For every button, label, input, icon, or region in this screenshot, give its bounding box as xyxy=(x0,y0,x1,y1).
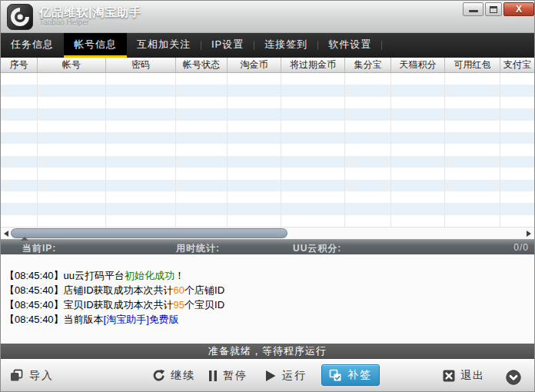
app-title: 亿品维软|淘宝助手 xyxy=(39,6,141,19)
table-cell xyxy=(281,85,345,96)
table-row[interactable] xyxy=(1,108,534,120)
tab-IP设置[interactable]: IP设置 xyxy=(201,33,254,58)
table-row[interactable] xyxy=(1,73,534,85)
table-cell xyxy=(500,144,534,155)
tab-帐号信息[interactable]: 帐号信息 xyxy=(64,33,127,58)
uu-points-value: 0/0 xyxy=(513,242,529,253)
table-cell xyxy=(38,191,106,203)
table-cell xyxy=(391,121,445,132)
run-button[interactable]: 运行 xyxy=(264,366,307,385)
column-header-序号[interactable]: 序号 xyxy=(1,58,38,72)
table-cell xyxy=(176,121,228,132)
column-header-淘金币[interactable]: 淘金币 xyxy=(228,58,281,72)
table-row[interactable] xyxy=(1,121,534,132)
continue-button-label: 继续 xyxy=(171,369,195,383)
title-block: 亿品维软|淘宝助手 Taobao Helper xyxy=(39,6,141,28)
table-cell xyxy=(281,73,345,85)
table-row[interactable] xyxy=(1,180,534,191)
column-header-帐号[interactable]: 帐号 xyxy=(38,58,106,72)
table-cell xyxy=(176,108,228,120)
import-icon xyxy=(10,369,24,382)
table-cell xyxy=(345,132,391,144)
table-cell xyxy=(38,132,106,144)
table-row[interactable] xyxy=(1,85,534,96)
tab-软件设置[interactable]: 软件设置 xyxy=(318,33,381,58)
scroll-right-button[interactable] xyxy=(523,228,534,239)
table-cell xyxy=(281,191,345,203)
continue-button[interactable]: 继续 xyxy=(152,366,195,385)
more-button[interactable] xyxy=(506,367,521,387)
table-row[interactable] xyxy=(1,156,534,168)
minimize-button[interactable] xyxy=(463,2,483,16)
table-row[interactable] xyxy=(1,203,534,214)
table-cell xyxy=(500,97,534,108)
table-row[interactable] xyxy=(1,132,534,144)
table-cell xyxy=(391,156,445,168)
table-cell xyxy=(445,73,500,85)
column-header-密码[interactable]: 密码 xyxy=(106,58,176,72)
pause-button[interactable]: 暂停 xyxy=(208,366,248,385)
exit-button-label: 退出 xyxy=(460,369,485,383)
resign-button[interactable]: 补签 xyxy=(321,364,380,386)
table-cell xyxy=(38,215,106,227)
exit-icon xyxy=(443,370,455,382)
horizontal-scrollbar[interactable] xyxy=(1,227,534,239)
import-button[interactable]: 导入 xyxy=(10,366,54,385)
tab-任务信息[interactable]: 任务信息 xyxy=(1,33,64,58)
table-cell xyxy=(38,85,106,96)
current-ip-label: 当前IP: xyxy=(22,242,56,255)
table-row[interactable] xyxy=(1,191,534,203)
table-cell xyxy=(38,156,106,168)
scrollbar-thumb[interactable] xyxy=(11,228,287,238)
log-segment: 初始化成功 xyxy=(125,270,174,281)
table-cell xyxy=(176,156,228,168)
scroll-left-button[interactable] xyxy=(1,228,12,239)
run-icon xyxy=(264,370,277,382)
tab-互相加关注[interactable]: 互相加关注 xyxy=(127,33,201,58)
maximize-button[interactable] xyxy=(485,2,502,16)
column-header-帐号状态[interactable]: 帐号状态 xyxy=(176,58,228,72)
table-row[interactable] xyxy=(1,144,534,155)
log-segment: 个宝贝ID xyxy=(184,299,224,311)
column-header-可用红包[interactable]: 可用红包 xyxy=(445,58,500,72)
table-cell xyxy=(228,191,281,203)
log-line: 【08:45:40】uu云打码平台初始化成功！ xyxy=(5,268,534,283)
table-row[interactable] xyxy=(1,168,534,179)
table-cell xyxy=(106,156,176,168)
triangle-left-icon xyxy=(4,231,8,237)
ready-status-bar: 准备就绪，等待程序运行 xyxy=(1,344,534,359)
run-button-label: 运行 xyxy=(282,369,307,383)
table-cell xyxy=(228,73,281,85)
table-cell xyxy=(38,203,106,214)
titlebar: 亿品维软|淘宝助手 Taobao Helper X xyxy=(1,1,534,33)
tab-separator xyxy=(381,41,382,50)
close-button[interactable]: X xyxy=(503,2,534,16)
table-row[interactable] xyxy=(1,97,534,108)
column-header-集分宝[interactable]: 集分宝 xyxy=(345,58,391,72)
table-cell xyxy=(106,144,176,155)
table-row[interactable] xyxy=(1,215,534,227)
table-cell xyxy=(1,85,38,96)
table-cell xyxy=(391,97,445,108)
table-cell xyxy=(445,132,500,144)
column-header-支付宝[interactable]: 支付宝 xyxy=(500,58,534,72)
table-cell xyxy=(106,97,176,108)
table-cell xyxy=(345,85,391,96)
table-cell xyxy=(391,73,445,85)
table-cell xyxy=(345,108,391,120)
column-header-天猫积分[interactable]: 天猫积分 xyxy=(391,58,445,72)
table-cell xyxy=(445,203,500,214)
log-line: 【08:45:40】店铺ID获取成功本次共计60个店铺ID xyxy=(5,283,534,297)
table-cell xyxy=(106,73,176,85)
log-line: 【08:45:40】宝贝ID获取成功本次共计95个宝贝ID xyxy=(5,297,534,312)
table-cell xyxy=(1,168,38,179)
import-button-label: 导入 xyxy=(29,369,54,383)
table-cell xyxy=(445,191,500,203)
tab-连接签到[interactable]: 连接签到 xyxy=(254,33,317,58)
table-cell xyxy=(445,180,500,191)
table-cell xyxy=(281,132,345,144)
table-cell xyxy=(391,108,445,120)
column-header-将过期金币[interactable]: 将过期金币 xyxy=(281,58,345,72)
exit-button[interactable]: 退出 xyxy=(443,366,485,385)
table-cell xyxy=(445,144,500,155)
